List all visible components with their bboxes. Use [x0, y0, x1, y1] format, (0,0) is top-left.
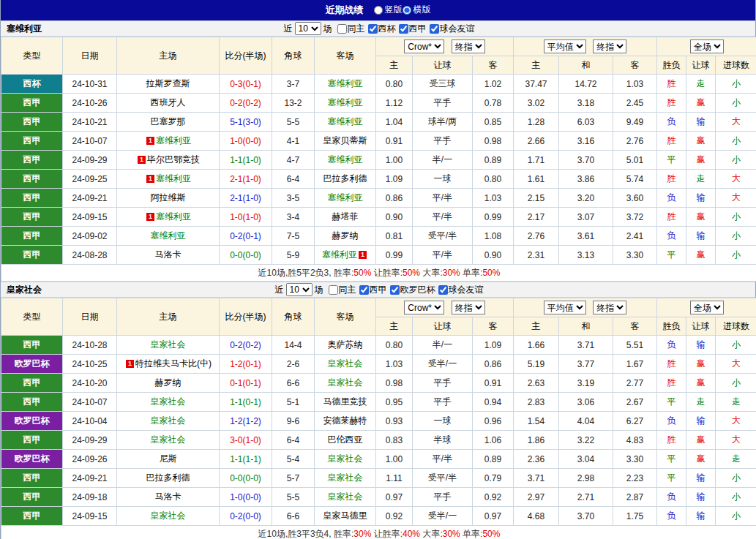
summary-segment: 30%	[443, 529, 460, 539]
team-name[interactable]: 皇家社会	[328, 491, 363, 502]
team-name[interactable]: 塞维利亚	[322, 249, 357, 260]
average-select[interactable]: 平均值	[544, 39, 586, 53]
team-name[interactable]: 安德莱赫特	[323, 415, 367, 426]
match-row: 欧罗巴杯24-10-251特拉维夫马卡比(中)1-2(0-1)2-6皇家社会1.…	[1, 355, 756, 374]
team-name[interactable]: 塞维利亚	[156, 173, 191, 184]
layout-radio-input[interactable]	[403, 6, 411, 15]
filter-checkbox-1[interactable]: 西甲	[359, 284, 387, 296]
filter-checkbox-0[interactable]: 同主	[337, 23, 365, 35]
home-team-cell: 赫罗纳	[117, 374, 220, 393]
team-name[interactable]: 西班牙人	[151, 97, 186, 108]
team-name[interactable]: 赫罗纳	[332, 230, 359, 241]
avg-draw-odds: 3.22	[559, 431, 613, 450]
team-name[interactable]: 奥萨苏纳	[328, 339, 363, 350]
average-select[interactable]: 平均值	[544, 301, 586, 314]
filter-checkbox-input[interactable]	[359, 285, 369, 295]
company-select[interactable]: Crow*	[404, 39, 444, 53]
team-name[interactable]: 阿拉维斯	[151, 192, 186, 203]
avg-draw-odds: 2.71	[559, 488, 613, 507]
filter-checkbox-2[interactable]: 西甲	[399, 23, 427, 35]
final-odds-select-2[interactable]: 终指	[593, 301, 626, 314]
team-name[interactable]: 赫塔菲	[332, 211, 359, 222]
filter-checkbox-3[interactable]: 球会友谊	[430, 23, 475, 35]
avg-away-odds: 2.67	[613, 393, 657, 412]
layout-radio-1[interactable]: 横版	[403, 4, 431, 16]
final-odds-select[interactable]: 终指	[452, 39, 485, 53]
team-name[interactable]: 皇家贝蒂斯	[323, 135, 367, 146]
team-name[interactable]: 塞维利亚	[156, 135, 191, 146]
fullmatch-select[interactable]: 全场	[690, 301, 724, 314]
team-name[interactable]: 巴拉多利德	[323, 173, 367, 184]
handicap-away-odds: 0.91	[473, 374, 514, 393]
col-header-avg-home: 主	[514, 56, 559, 75]
away-team-cell: 塞维利亚	[315, 189, 376, 208]
fullmatch-header: 全场	[657, 298, 756, 317]
team-name[interactable]: 皇家社会	[151, 415, 186, 426]
avg-away-odds: 1.03	[613, 75, 657, 94]
team-name[interactable]: 尼斯	[160, 453, 177, 464]
recent-count-select[interactable]: 10	[295, 22, 321, 35]
layout-radio-input[interactable]	[374, 6, 383, 15]
filter-checkbox-2[interactable]: 欧罗巴杯	[390, 284, 435, 296]
filter-checkbox-input[interactable]	[337, 24, 347, 34]
team-name[interactable]: 皇家社会	[328, 358, 363, 369]
filter-checkbox-input[interactable]	[329, 285, 338, 295]
avg-home-odds: 4.68	[514, 507, 559, 526]
team-name[interactable]: 塞维利亚	[328, 78, 363, 88]
team-name[interactable]: 毕尔巴鄂竞技	[147, 154, 200, 165]
team-name[interactable]: 皇家社会	[328, 453, 363, 464]
team-name[interactable]: 皇家社会	[328, 377, 363, 388]
team-name[interactable]: 马洛卡	[155, 249, 181, 260]
home-team-cell: 皇家社会	[117, 336, 220, 355]
team-name[interactable]: 塞维利亚	[156, 211, 191, 222]
result-handicap: 输	[686, 412, 716, 431]
filter-checkbox-input[interactable]	[368, 24, 378, 34]
team-name[interactable]: 塞维利亚	[328, 154, 363, 165]
handicap-line: 平手	[413, 94, 473, 113]
company-select[interactable]: Crow*	[404, 301, 444, 314]
team-name[interactable]: 皇家社会	[151, 434, 186, 445]
filter-checkbox-input[interactable]	[399, 24, 408, 34]
filter-checkbox-0[interactable]: 同主	[329, 284, 356, 296]
match-row: 欧罗巴杯24-10-04皇家社会1-2(1-2)9-6安德莱赫特0.93一球0.…	[1, 412, 756, 431]
result-goals: 小	[716, 132, 756, 151]
team-name[interactable]: 巴塞罗那	[151, 116, 186, 127]
fullmatch-select[interactable]: 全场	[690, 39, 724, 53]
final-odds-select-2[interactable]: 终指	[593, 39, 626, 53]
avg-home-odds: 1.54	[514, 412, 559, 431]
match-date: 24-09-25	[63, 170, 117, 189]
team-name[interactable]: 塞维利亚	[151, 230, 186, 241]
team-name[interactable]: 特拉维夫马卡比(中)	[135, 358, 212, 369]
avg-away-odds: 1.75	[613, 507, 657, 526]
score-cell: 0-3(0-1)	[220, 75, 272, 94]
team-section-sevilla: 塞维利亚 近10场同主西杯西甲球会友谊 类型 日期 主场 比分(半场) 角球 客…	[1, 20, 755, 282]
team-name[interactable]: 巴伦西亚	[328, 434, 363, 445]
team-name[interactable]: 赫罗纳	[155, 377, 181, 388]
team-name[interactable]: 皇家社会	[151, 396, 186, 407]
team-name[interactable]: 塞维利亚	[328, 97, 363, 108]
team-name[interactable]: 巴拉多利德	[146, 472, 190, 483]
team-name[interactable]: 马德里竞技	[323, 396, 367, 407]
team-name[interactable]: 拉斯罗查斯	[146, 78, 190, 88]
team-name[interactable]: 皇家社会	[328, 472, 363, 483]
team-name[interactable]: 马洛卡	[155, 491, 181, 502]
layout-radio-0[interactable]: 竖版	[374, 4, 403, 16]
handicap-home-odds: 1.04	[376, 113, 413, 132]
team-name[interactable]: 皇家马德里	[323, 510, 367, 521]
team-name[interactable]: 皇家社会	[151, 510, 186, 521]
filter-checkbox-input[interactable]	[430, 24, 439, 34]
competition-badge: 西甲	[1, 488, 63, 507]
final-odds-select[interactable]: 终指	[452, 301, 485, 314]
result-outcome: 平	[657, 469, 686, 488]
recent-label: 近	[284, 23, 293, 35]
recent-count-select[interactable]: 10	[286, 283, 312, 296]
team-name[interactable]: 塞维利亚	[328, 116, 363, 127]
filter-checkbox-3[interactable]: 球会友谊	[438, 284, 484, 296]
filter-checkbox-1[interactable]: 西杯	[368, 23, 396, 35]
team-name[interactable]: 塞维利亚	[328, 192, 363, 203]
team-name[interactable]: 皇家社会	[151, 339, 186, 350]
result-goals: 大	[716, 355, 756, 374]
filter-checkbox-input[interactable]	[438, 285, 448, 295]
score-cell: 0-0(0-0)	[220, 469, 272, 488]
filter-checkbox-input[interactable]	[390, 285, 400, 295]
